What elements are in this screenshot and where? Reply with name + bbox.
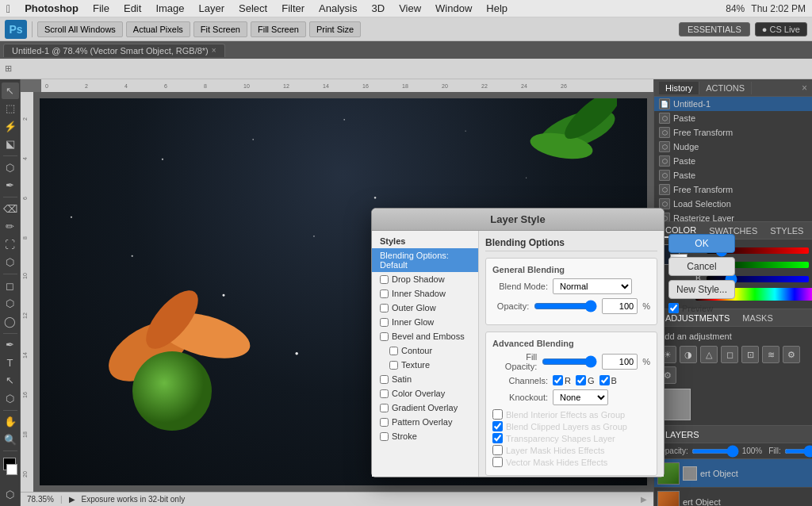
layer-item-0[interactable]: ert Object xyxy=(654,459,812,488)
shape-tool[interactable]: ⬡ xyxy=(2,390,19,407)
menu-select[interactable]: Select xyxy=(232,1,274,16)
opacity-slider[interactable] xyxy=(691,449,739,454)
menu-view[interactable]: View xyxy=(393,1,427,16)
transparency-checkbox[interactable] xyxy=(492,433,503,443)
drop-shadow-item[interactable]: Drop Shadow xyxy=(372,272,478,286)
history-item-8[interactable]: ⬡ Rasterize Layer xyxy=(654,211,812,221)
fill-opacity-range[interactable] xyxy=(542,357,597,366)
menu-photoshop[interactable]: Photoshop xyxy=(18,1,85,16)
menu-help[interactable]: Help xyxy=(480,1,514,16)
menu-analysis[interactable]: Analysis xyxy=(312,1,363,16)
g-channel-checkbox[interactable] xyxy=(576,375,586,385)
eraser-tool[interactable]: ◻ xyxy=(2,278,19,294)
fill-screen-btn[interactable]: Fill Screen xyxy=(251,21,306,37)
move-tool[interactable]: ↖ xyxy=(2,82,19,99)
history-brush-tool[interactable]: ⬡ xyxy=(2,255,19,271)
contour-checkbox[interactable] xyxy=(389,347,398,355)
layers-tab[interactable]: LAYERS xyxy=(659,428,706,441)
zoom-tool[interactable]: 🔍 xyxy=(2,431,19,448)
layer-mask-checkbox[interactable] xyxy=(492,445,503,455)
cs-live-button[interactable]: ● CS Live xyxy=(755,22,807,36)
styles-category[interactable]: Styles xyxy=(372,234,478,248)
outer-glow-checkbox[interactable] xyxy=(380,304,389,312)
actions-tab[interactable]: ACTIONS xyxy=(699,82,752,94)
actual-pixels-btn[interactable]: Actual Pixels xyxy=(126,21,190,37)
brush-tool[interactable]: ✏ xyxy=(2,218,19,235)
apple-menu[interactable]:  xyxy=(6,2,10,15)
texture-checkbox[interactable] xyxy=(389,361,398,370)
lasso-tool[interactable]: ⚡ xyxy=(2,118,19,135)
contour-item[interactable]: Contour xyxy=(372,343,478,358)
satin-item[interactable]: Satin xyxy=(372,372,478,386)
menu-filter[interactable]: Filter xyxy=(275,1,311,16)
blend-clipped-checkbox[interactable] xyxy=(492,421,503,431)
essentials-button[interactable]: ESSENTIALS xyxy=(679,22,750,36)
texture-item[interactable]: Texture xyxy=(372,358,478,372)
ok-button[interactable]: OK xyxy=(668,234,735,253)
eyedropper-tool[interactable]: ✒ xyxy=(2,178,19,194)
fit-screen-btn[interactable]: Fit Screen xyxy=(193,21,247,37)
history-item-1[interactable]: ⬡ Paste xyxy=(654,111,812,125)
styles-tab[interactable]: STYLES xyxy=(764,224,810,237)
history-item-2[interactable]: ⬡ Free Transform xyxy=(654,125,812,140)
knockout-select[interactable]: None Shallow Deep xyxy=(553,389,608,405)
drop-shadow-checkbox[interactable] xyxy=(380,275,389,284)
vibrance-adj-icon[interactable]: ⊡ xyxy=(741,346,759,363)
fill-slider[interactable] xyxy=(784,449,812,454)
marquee-tool[interactable]: ⬚ xyxy=(2,101,19,117)
preview-checkbox[interactable] xyxy=(668,303,679,313)
inner-glow-checkbox[interactable] xyxy=(380,318,389,327)
spot-heal-tool[interactable]: ⌫ xyxy=(2,201,19,217)
history-item-5[interactable]: ⬡ Paste xyxy=(654,168,812,182)
pen-tool[interactable]: ✒ xyxy=(2,336,19,353)
masks-tab[interactable]: MASKS xyxy=(736,312,779,324)
color-overlay-checkbox[interactable] xyxy=(380,389,389,398)
inner-glow-item[interactable]: Inner Glow xyxy=(372,315,478,329)
screen-mode[interactable]: ⬡ xyxy=(2,487,19,504)
menu-layer[interactable]: Layer xyxy=(193,1,232,16)
colorbalance-adj-icon[interactable]: ⚙ xyxy=(783,346,800,363)
fill-opacity-number[interactable] xyxy=(602,354,638,370)
opacity-range[interactable] xyxy=(534,301,597,311)
new-style-button[interactable]: New Style... xyxy=(668,280,735,299)
pattern-overlay-item[interactable]: Pattern Overlay xyxy=(372,415,478,429)
hue-sat-adj-icon[interactable]: ≋ xyxy=(762,346,779,363)
menu-window[interactable]: Window xyxy=(429,1,478,16)
satin-checkbox[interactable] xyxy=(380,375,389,384)
history-item-0[interactable]: 📄 Untitled-1 xyxy=(654,97,812,111)
color-overlay-item[interactable]: Color Overlay xyxy=(372,386,478,401)
exposure-adj-icon[interactable]: ◻ xyxy=(721,346,738,363)
document-tab[interactable]: Untitled-1 @ 78.4% (Vector Smart Object,… xyxy=(3,44,225,57)
stroke-checkbox[interactable] xyxy=(380,432,389,441)
menu-3d[interactable]: 3D xyxy=(366,1,392,16)
r-channel-checkbox[interactable] xyxy=(553,375,563,385)
history-panel-close[interactable]: × xyxy=(802,82,807,94)
menu-image[interactable]: Image xyxy=(149,1,190,16)
menu-file[interactable]: File xyxy=(86,1,116,16)
inner-shadow-checkbox[interactable] xyxy=(380,289,389,298)
scroll-all-windows-btn[interactable]: Scroll All Windows xyxy=(37,21,123,37)
history-tab[interactable]: History xyxy=(659,82,699,94)
bevel-emboss-item[interactable]: Bevel and Emboss xyxy=(372,329,478,343)
history-item-7[interactable]: ⬡ Load Selection xyxy=(654,197,812,211)
gradient-overlay-item[interactable]: Gradient Overlay xyxy=(372,401,478,415)
tab-close-icon[interactable]: × xyxy=(212,46,216,55)
crop-tool[interactable]: ⬡ xyxy=(2,159,19,176)
curves-adj-icon[interactable]: △ xyxy=(700,346,718,363)
history-item-3[interactable]: ⬡ Nudge xyxy=(654,140,812,154)
bevel-emboss-checkbox[interactable] xyxy=(380,332,389,341)
gradient-tool[interactable]: ⬡ xyxy=(2,295,19,312)
blend-mode-select[interactable]: Normal Multiply Screen Overlay xyxy=(553,278,632,294)
hand-tool[interactable]: ✋ xyxy=(2,413,19,430)
opacity-number[interactable] xyxy=(602,298,638,314)
history-item-6[interactable]: ⬡ Free Transform xyxy=(654,182,812,197)
path-select-tool[interactable]: ↖ xyxy=(2,372,19,389)
levels-adj-icon[interactable]: ◑ xyxy=(680,346,697,363)
vector-mask-checkbox[interactable] xyxy=(492,457,503,467)
quick-select-tool[interactable]: ⬕ xyxy=(2,136,19,153)
dodge-tool[interactable]: ◯ xyxy=(2,313,19,330)
stroke-item[interactable]: Stroke xyxy=(372,429,478,443)
menu-edit[interactable]: Edit xyxy=(117,1,147,16)
gradient-overlay-checkbox[interactable] xyxy=(380,404,389,412)
inner-shadow-item[interactable]: Inner Shadow xyxy=(372,286,478,301)
